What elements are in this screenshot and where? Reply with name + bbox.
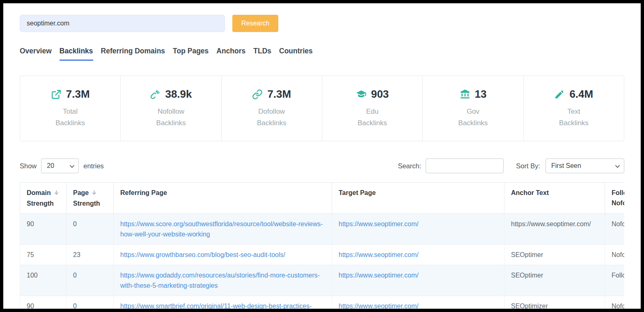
follow-cell: Nofollow bbox=[605, 296, 625, 309]
target-page-link[interactable]: https://www.seoptimer.com/ bbox=[339, 272, 419, 279]
controls-right: Search: Sort By: First Seen bbox=[398, 158, 624, 173]
page-strength-cell: 0 bbox=[66, 265, 114, 296]
table-row: 90 0 https://www.score.org/southwestflor… bbox=[20, 214, 625, 245]
table-row: 90 0 https://www.smartbrief.com/original… bbox=[20, 296, 625, 309]
referring-page-link[interactable]: https://www.score.org/southwestflorida/r… bbox=[120, 220, 323, 238]
stat-nofollow-backlinks: 38.9k Nofollow Backlinks bbox=[120, 76, 221, 141]
column-header-page-strength[interactable]: Page Strength bbox=[66, 183, 114, 214]
tab-bar: Overview Backlinks Referring Domains Top… bbox=[20, 47, 624, 61]
chevron-down-icon bbox=[66, 162, 74, 170]
referring-page-link[interactable]: https://www.godaddy.com/resources/au/sto… bbox=[120, 272, 320, 289]
stat-value: 7.3M bbox=[66, 88, 90, 101]
anchor-text-cell: SEOptimer bbox=[504, 265, 605, 296]
column-header-referring-page: Referring Page bbox=[114, 183, 332, 214]
column-header-anchor-text: Anchor Text bbox=[504, 183, 605, 214]
referring-page-cell: https://www.godaddy.com/resources/au/sto… bbox=[114, 265, 332, 296]
column-header-domain-strength[interactable]: Domain Strength bbox=[20, 183, 66, 214]
domain-strength-cell: 90 bbox=[20, 296, 66, 309]
target-page-link[interactable]: https://www.seoptimer.com/ bbox=[339, 220, 419, 227]
target-page-cell: https://www.seoptimer.com/ bbox=[332, 245, 504, 265]
research-button[interactable]: Research bbox=[232, 15, 278, 32]
sort-down-icon[interactable] bbox=[54, 188, 59, 198]
referring-page-cell: https://www.growthbarseo.com/blog/best-s… bbox=[114, 245, 332, 265]
tab-anchors[interactable]: Anchors bbox=[216, 47, 245, 61]
follow-cell: Nofollow bbox=[605, 214, 625, 245]
tab-top-pages[interactable]: Top Pages bbox=[173, 47, 209, 61]
domain-input[interactable] bbox=[20, 15, 225, 32]
follow-cell: Follow bbox=[605, 265, 625, 296]
domain-strength-cell: 75 bbox=[20, 245, 66, 265]
tab-overview[interactable]: Overview bbox=[20, 47, 52, 61]
domain-strength-cell: 90 bbox=[20, 214, 66, 245]
backlink-stats-card: 7.3M Total Backlinks 38.9k Nofollow Back… bbox=[20, 76, 624, 141]
target-page-link[interactable]: https://www.seoptimer.com/ bbox=[339, 303, 419, 309]
show-label: Show bbox=[20, 162, 37, 170]
backlink-research-page: Research Overview Backlinks Referring Do… bbox=[3, 3, 641, 309]
table-controls: Show 20 entries Search: Sort By: First S… bbox=[20, 158, 624, 173]
domain-search-bar: Research bbox=[20, 15, 624, 32]
target-page-cell: https://www.seoptimer.com/ bbox=[332, 265, 504, 296]
column-header-target-page: Target Page bbox=[332, 183, 504, 214]
stat-value: 6.4M bbox=[569, 88, 593, 101]
tab-referring-domains[interactable]: Referring Domains bbox=[101, 47, 165, 61]
broken-link-icon bbox=[150, 89, 160, 100]
anchor-text-cell: https://www.seoptimer.com/ bbox=[504, 214, 605, 245]
anchor-text-cell: SEOptimer bbox=[504, 245, 605, 265]
target-page-cell: https://www.seoptimer.com/ bbox=[332, 296, 504, 309]
stat-value: 7.3M bbox=[267, 88, 291, 101]
stat-value: 13 bbox=[475, 88, 487, 101]
stat-total-backlinks: 7.3M Total Backlinks bbox=[20, 76, 120, 141]
stat-label: Edu Backlinks bbox=[358, 106, 387, 129]
table-row: 100 0 https://www.godaddy.com/resources/… bbox=[20, 265, 625, 296]
external-link-icon bbox=[51, 89, 62, 100]
tab-backlinks[interactable]: Backlinks bbox=[60, 47, 93, 61]
page-strength-cell: 23 bbox=[66, 245, 114, 265]
stat-label: Gov Backlinks bbox=[458, 106, 488, 129]
stat-value: 38.9k bbox=[165, 88, 192, 101]
stat-dofollow-backlinks: 7.3M Dofollow Backlinks bbox=[221, 76, 322, 141]
backlinks-table-wrap: Domain Strength Page Strength Referring … bbox=[20, 182, 624, 309]
sort-by-label: Sort By: bbox=[516, 162, 540, 170]
referring-page-link[interactable]: https://www.growthbarseo.com/blog/best-s… bbox=[120, 251, 285, 258]
sort-by-select[interactable]: First Seen bbox=[545, 158, 624, 173]
page-strength-cell: 0 bbox=[66, 214, 114, 245]
stat-label: Dofollow Backlinks bbox=[257, 106, 286, 129]
sort-down-icon[interactable] bbox=[92, 188, 97, 198]
anchor-text-cell: SEOptimizer bbox=[504, 296, 605, 309]
referring-page-cell: https://www.score.org/southwestflorida/r… bbox=[114, 214, 332, 245]
bank-icon bbox=[460, 89, 470, 100]
graduation-cap-icon bbox=[356, 89, 367, 100]
chevron-down-icon bbox=[611, 162, 620, 170]
pencil-icon bbox=[554, 89, 565, 100]
column-header-follow-nofollow: Follow Nofollow bbox=[605, 183, 625, 214]
tab-countries[interactable]: Countries bbox=[279, 47, 313, 61]
entries-label: entries bbox=[83, 162, 104, 170]
stat-label: Nofollow Backlinks bbox=[156, 106, 186, 129]
entries-select[interactable]: 20 bbox=[41, 158, 79, 173]
table-row: 75 23 https://www.growthbarseo.com/blog/… bbox=[20, 245, 625, 265]
table-search-input[interactable] bbox=[426, 158, 504, 173]
tab-tlds[interactable]: TLDs bbox=[253, 47, 271, 61]
page-strength-cell: 0 bbox=[66, 296, 114, 309]
stat-label: Total Backlinks bbox=[55, 106, 85, 129]
stat-label: Text Backlinks bbox=[559, 106, 589, 129]
referring-page-cell: https://www.smartbrief.com/original/11-w… bbox=[114, 296, 332, 309]
stat-edu-backlinks: 903 Edu Backlinks bbox=[322, 76, 422, 141]
stat-text-backlinks: 6.4M Text Backlinks bbox=[523, 76, 624, 141]
follow-cell: Nofollow bbox=[605, 245, 625, 265]
backlinks-table: Domain Strength Page Strength Referring … bbox=[20, 182, 624, 309]
target-page-cell: https://www.seoptimer.com/ bbox=[332, 214, 504, 245]
referring-page-link[interactable]: https://www.smartbrief.com/original/11-w… bbox=[120, 303, 312, 309]
domain-strength-cell: 100 bbox=[20, 265, 66, 296]
link-icon bbox=[252, 89, 263, 100]
search-label: Search: bbox=[398, 162, 421, 170]
target-page-link[interactable]: https://www.seoptimer.com/ bbox=[339, 251, 419, 258]
stat-gov-backlinks: 13 Gov Backlinks bbox=[422, 76, 523, 141]
stat-value: 903 bbox=[371, 88, 389, 101]
